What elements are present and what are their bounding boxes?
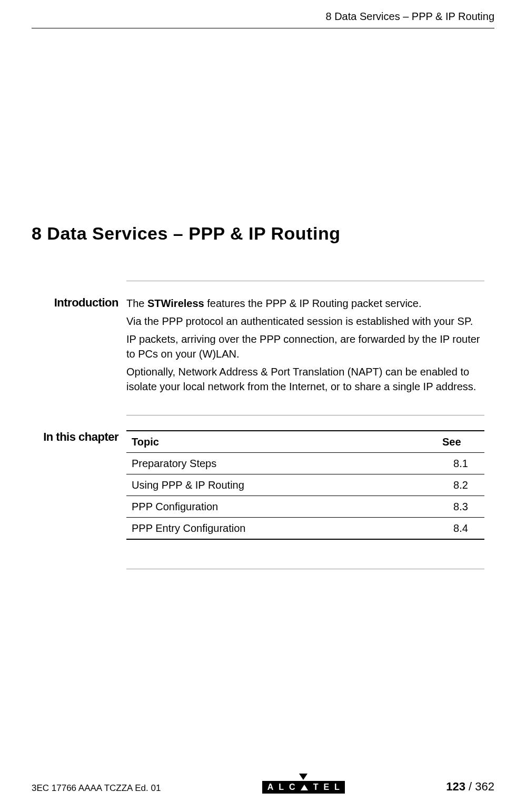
intro-p1-pre: The [126, 298, 147, 309]
table-cell-see: 8.2 [437, 474, 484, 496]
table-cell-see: 8.3 [437, 496, 484, 518]
intro-p1-post: features the PPP & IP Routing packet ser… [204, 298, 422, 309]
intro-p4: Optionally, Network Address & Port Trans… [126, 364, 484, 394]
page-number: 123 / 362 [446, 780, 494, 794]
page-footer: 3EC 17766 AAAA TCZZA Ed. 01 ALCTEL 123 /… [32, 774, 494, 794]
section-divider [126, 281, 484, 281]
chapter-contents-table: Topic See Preparatory Steps 8.1 Using PP… [126, 430, 484, 540]
logo-text-right: TEL [313, 783, 345, 792]
logo-down-triangle-icon [299, 774, 307, 780]
logo-up-triangle-icon [301, 785, 308, 790]
table-header-topic: Topic [126, 431, 437, 453]
table-cell-topic: PPP Configuration [126, 496, 437, 518]
page-current: 123 [446, 780, 465, 793]
intro-p1: The STWireless features the PPP & IP Rou… [126, 296, 484, 311]
chapter-title: 8 Data Services – PPP & IP Routing [32, 223, 494, 244]
logo-text: ALCTEL [262, 781, 345, 794]
table-row: Using PPP & IP Routing 8.2 [126, 474, 484, 496]
logo-text-left: ALC [267, 783, 301, 792]
section-divider [126, 415, 484, 415]
table-header-see: See [437, 431, 484, 453]
intro-label: Introduction [26, 296, 118, 310]
intro-body: The STWireless features the PPP & IP Rou… [126, 296, 484, 394]
intro-p3: IP packets, arriving over the PPP connec… [126, 332, 484, 361]
intro-product-name: STWireless [147, 298, 204, 309]
table-cell-topic: Preparatory Steps [126, 453, 437, 474]
running-header: 8 Data Services – PPP & IP Routing [32, 11, 494, 28]
intro-p2: Via the PPP protocol an authenticated se… [126, 314, 484, 329]
doc-reference: 3EC 17766 AAAA TCZZA Ed. 01 [32, 783, 161, 794]
table-row: Preparatory Steps 8.1 [126, 453, 484, 474]
table-row: PPP Entry Configuration 8.4 [126, 518, 484, 540]
table-cell-see: 8.1 [437, 453, 484, 474]
table-cell-topic: PPP Entry Configuration [126, 518, 437, 540]
page-total: 362 [475, 780, 494, 793]
chapter-contents-label: In this chapter [26, 430, 118, 444]
table-row: PPP Configuration 8.3 [126, 496, 484, 518]
section-divider [126, 569, 484, 569]
table-cell-topic: Using PPP & IP Routing [126, 474, 437, 496]
table-cell-see: 8.4 [437, 518, 484, 540]
page-separator: / [465, 780, 475, 793]
alcatel-logo: ALCTEL [262, 774, 345, 794]
